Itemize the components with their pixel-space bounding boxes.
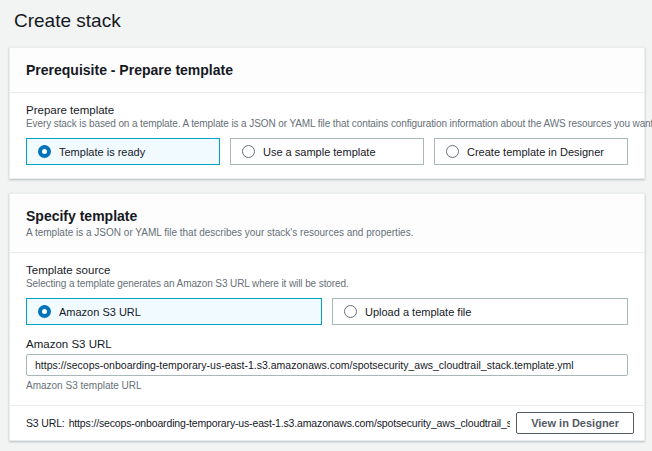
specify-template-card: Specify template A template is a JSON or… [9,193,645,441]
radio-selected-icon[interactable] [38,305,51,318]
prerequisite-card: Prerequisite - Prepare template Prepare … [9,47,645,179]
specify-template-card-title: Specify template [26,208,628,225]
amazon-s3-url-input[interactable] [26,354,628,376]
radio-selected-icon[interactable] [38,145,51,158]
s3-url-value: https://secops-onboarding-temporary-us-e… [69,417,511,429]
s3-url-summary-row: S3 URL:https://secops-onboarding-tempora… [10,405,644,440]
specify-template-card-subtitle: A template is a JSON or YAML file that d… [26,227,628,239]
option-label: Template is ready [59,146,145,158]
prerequisite-card-header: Prerequisite - Prepare template [10,48,644,93]
amazon-s3-url-label: Amazon S3 URL [26,337,628,351]
page-title: Create stack [14,9,652,33]
option-use-sample-template[interactable]: Use a sample template [230,138,424,165]
option-label: Amazon S3 URL [59,306,141,318]
option-upload-template-file[interactable]: Upload a template file [332,298,628,325]
option-amazon-s3-url[interactable]: Amazon S3 URL [26,298,322,325]
option-label: Create template in Designer [467,146,604,158]
footer-actions: Cancel Next [0,441,652,451]
prepare-template-description: Every stack is based on a template. A te… [26,118,628,130]
template-source-label: Template source [26,263,628,277]
template-source-options: Amazon S3 URL Upload a template file [26,298,628,325]
radio-unselected-icon[interactable] [344,305,357,318]
amazon-s3-url-helper: Amazon S3 template URL [26,380,628,392]
view-in-designer-button[interactable]: View in Designer [516,412,634,434]
option-label: Use a sample template [263,146,376,158]
option-template-is-ready[interactable]: Template is ready [26,138,220,165]
prepare-template-options: Template is ready Use a sample template … [26,138,628,165]
prepare-template-label: Prepare template [26,103,628,117]
radio-unselected-icon[interactable] [242,145,255,158]
radio-unselected-icon[interactable] [446,145,459,158]
specify-template-card-body: Template source Selecting a template gen… [10,253,644,405]
prerequisite-card-body: Prepare template Every stack is based on… [10,93,644,178]
prerequisite-card-title: Prerequisite - Prepare template [26,62,628,79]
option-create-template-in-designer[interactable]: Create template in Designer [434,138,628,165]
template-source-description: Selecting a template generates an Amazon… [26,278,628,290]
s3-url-prefix-label: S3 URL: [26,417,65,429]
specify-template-card-header: Specify template A template is a JSON or… [10,194,644,253]
s3-url-summary-text: S3 URL:https://secops-onboarding-tempora… [26,417,510,429]
option-label: Upload a template file [365,306,471,318]
